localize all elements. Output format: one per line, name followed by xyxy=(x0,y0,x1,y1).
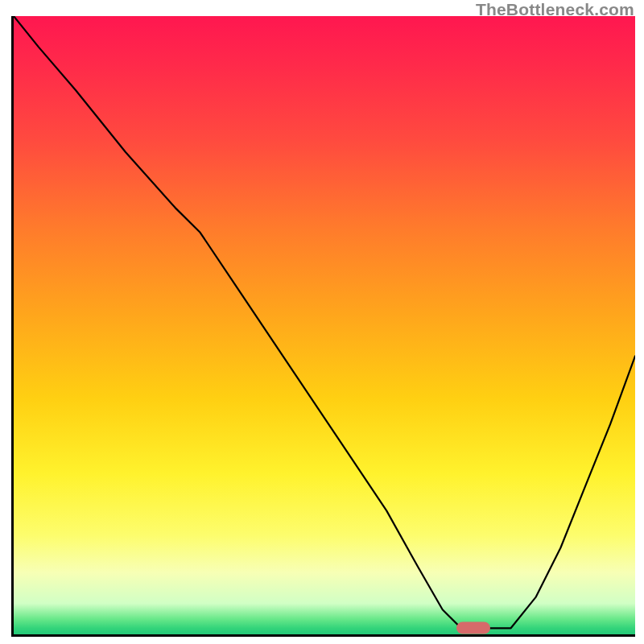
bottleneck-curve xyxy=(14,16,635,628)
plot-area xyxy=(11,16,635,637)
optimal-point-marker xyxy=(456,622,490,634)
chart-container: TheBottleneck.com xyxy=(0,0,644,644)
curve-layer xyxy=(14,16,635,634)
